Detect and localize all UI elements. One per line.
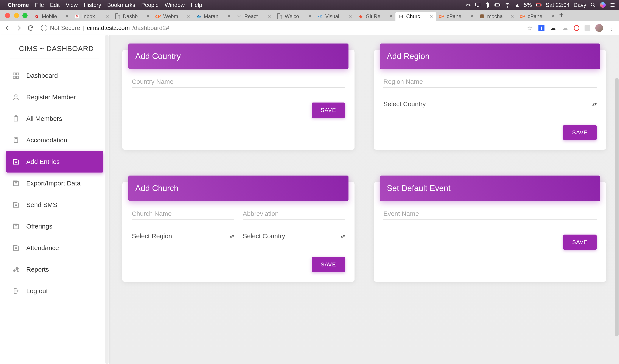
sidebar-item-reports[interactable]: Reports [6,259,103,280]
tab-close-icon[interactable]: ✕ [227,14,231,19]
sidebar-item-accomodation[interactable]: Accomodation [6,129,103,151]
dashboard-icon [12,72,20,80]
address-bar[interactable]: i Not Secure | cims.dtcstz.com/dashboard… [38,23,522,33]
menu-window[interactable]: Window [165,2,184,8]
browser-tab[interactable]: cPcPane✕ [436,12,477,21]
siri-icon[interactable] [600,2,606,8]
tab-close-icon[interactable]: ✕ [510,14,514,19]
region-name-input[interactable] [383,76,597,88]
sidebar-item-all-members[interactable]: All Members [6,108,103,129]
tab-close-icon[interactable]: ✕ [186,14,190,19]
bluetooth-icon[interactable] [485,2,491,8]
svg-rect-6 [541,4,541,6]
tab-close-icon[interactable]: ✕ [470,14,474,19]
chrome-menu-icon[interactable]: ⋮ [608,24,614,31]
sidebar-item-offerings[interactable]: Offerings [6,216,103,237]
event-name-input[interactable] [383,208,597,220]
church-name-input[interactable] [132,208,234,220]
omnibox-divider: | [83,25,84,31]
volume-icon[interactable]: ▲ [514,2,520,8]
tab-close-icon[interactable]: ✕ [65,14,69,19]
svg-point-13 [15,95,17,97]
browser-tab[interactable]: mmocha✕ [477,12,517,21]
site-info-icon[interactable]: i [41,25,47,31]
menu-history[interactable]: History [84,2,101,8]
menu-help[interactable]: Help [191,2,202,8]
menu-edit[interactable]: Edit [50,2,60,8]
sidebar-item-add-entries[interactable]: Add Entries [6,151,103,172]
window-minimize-icon[interactable] [14,13,19,18]
user-name[interactable]: Davy [574,2,586,8]
browser-tab[interactable]: cPWebm✕ [153,12,193,21]
country-name-input[interactable] [132,76,345,88]
reload-button[interactable] [27,24,34,32]
tab-close-icon[interactable]: ✕ [551,14,555,19]
clock[interactable]: Sat 22:04 [546,2,569,8]
menubar-appname[interactable]: Chrome [8,2,29,8]
browser-tab[interactable]: ◆Git Re✕ [355,12,395,21]
page-scrollbar[interactable] [615,78,619,336]
battery-pct: 5% [524,2,532,8]
wifi-icon[interactable] [505,2,510,8]
church-abbrev-input[interactable] [243,208,345,220]
browser-tab[interactable]: ✿Mobile✕ [31,12,71,21]
menu-bookmarks[interactable]: Bookmarks [107,2,135,8]
library-icon [12,179,20,187]
save-church-button[interactable]: SAVE [312,257,345,272]
browser-tab[interactable]: Dashb✕ [112,12,153,21]
tab-close-icon[interactable]: ✕ [308,14,312,19]
new-tab-button[interactable]: + [557,10,567,21]
browser-tab[interactable]: Welco✕ [274,12,314,21]
sidebar-item-dashboard[interactable]: Dashboard [6,65,103,86]
svg-rect-2 [500,4,500,6]
back-button[interactable] [3,24,11,32]
bookmark-star-icon[interactable]: ☆ [526,25,533,31]
airplay-icon[interactable] [475,2,481,8]
profile-avatar[interactable] [595,24,603,32]
extension-icon-2[interactable]: ☁ [550,25,557,31]
extension-icon-1[interactable]: i [538,25,545,31]
battery-low-icon[interactable] [536,2,542,8]
forward-button[interactable] [15,24,23,32]
sidebar-item-log-out[interactable]: Log out [6,280,103,302]
tab-title: Churc [406,13,427,19]
sidebar-item-attendance[interactable]: Attendance [6,237,103,259]
chevron-updown-icon: ▴▾ [341,234,345,239]
spotlight-icon[interactable] [590,2,596,8]
tab-close-icon[interactable]: ✕ [349,14,352,19]
sidebar-item-export-import-data[interactable]: Export/Import Data [6,172,103,194]
church-region-select[interactable]: Select Region ▴▾ [132,230,234,242]
tab-close-icon[interactable]: ✕ [429,14,433,19]
browser-tab[interactable]: 〰React✕ [233,12,274,21]
tab-close-icon[interactable]: ✕ [146,14,150,19]
tab-close-icon[interactable]: ✕ [106,14,109,19]
sidebar-item-send-sms[interactable]: Send SMS [6,194,103,216]
scissors-icon[interactable]: ✂ [466,2,471,8]
region-country-select[interactable]: Select Country ▴▾ [383,98,597,110]
battery-icon[interactable] [494,2,501,8]
window-zoom-icon[interactable] [22,13,28,18]
sidebar-item-register-member[interactable]: Register Member [6,86,103,108]
menu-view[interactable]: View [66,2,78,8]
tab-favicon-icon: ✿ [34,13,40,19]
save-event-button[interactable]: SAVE [563,235,597,250]
tab-close-icon[interactable]: ✕ [389,14,393,19]
extension-icon-4[interactable] [574,25,579,31]
menu-people[interactable]: People [141,2,159,8]
browser-tab[interactable]: 🐟Maran✕ [193,12,233,21]
save-country-button[interactable]: SAVE [312,102,345,118]
tab-close-icon[interactable]: ✕ [267,14,271,19]
save-region-button[interactable]: SAVE [563,125,597,140]
browser-tab[interactable]: ⋈Churc✕ [395,12,436,21]
extension-icon-5[interactable] [585,25,590,31]
browser-tab[interactable]: MInbox✕ [71,12,112,21]
browser-tab[interactable]: cPcPane✕ [517,12,557,21]
extension-icon-3[interactable]: ☁ [562,25,569,31]
window-close-icon[interactable] [5,13,10,18]
church-country-select[interactable]: Select Country ▴▾ [243,230,345,242]
url-host: cims.dtcstz.com [87,25,130,31]
page-viewport: CIMS ~ DASHBOARD DashboardRegister Membe… [0,35,619,364]
menu-file[interactable]: File [35,2,44,8]
notification-center-icon[interactable] [609,2,616,8]
browser-tab[interactable]: ≪Visual✕ [314,12,355,21]
